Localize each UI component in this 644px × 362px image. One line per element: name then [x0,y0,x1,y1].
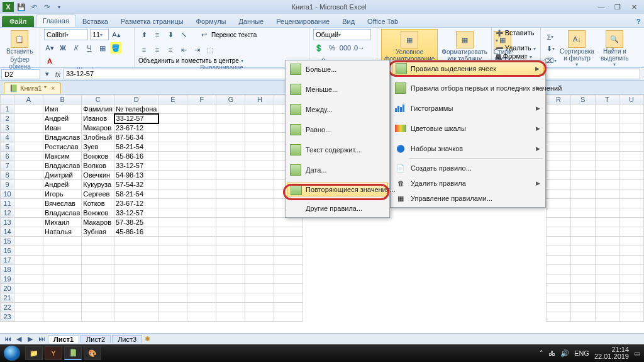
cell-B11[interactable]: Вячеслав [43,199,82,208]
cell-S5[interactable] [570,142,595,152]
cell-R8[interactable] [547,171,571,180]
cell-A17[interactable] [14,256,43,265]
save-icon[interactable]: 💾 [16,2,26,12]
row-header-20[interactable]: 20 [1,284,14,293]
cell-T18[interactable] [595,265,619,274]
submenu-greater[interactable]: Больше... [287,62,388,77]
cell-B7[interactable]: Владислав [43,161,82,171]
cell-F8[interactable] [187,171,216,180]
sheet-nav-first-icon[interactable]: ⏮ [3,335,13,343]
align-left-icon[interactable]: ≡ [138,44,150,55]
menu-highlight-rules[interactable]: Правила выделения ячеек▶ [392,62,544,76]
sheet-nav-last-icon[interactable]: ⏭ [36,335,47,343]
cell-E2[interactable] [158,114,187,123]
cell-R9[interactable] [547,180,571,189]
cell-C8[interactable]: Овечкин [82,171,114,180]
cell-C9[interactable]: Кукуруза [82,180,114,189]
cell-U8[interactable] [619,171,644,180]
col-header-D[interactable]: D [114,95,158,105]
cell-A20[interactable] [14,284,43,293]
row-header-12[interactable]: 12 [1,208,14,218]
font-color-icon[interactable]: A [44,55,55,67]
cell-D12[interactable]: 33-12-57 [114,208,158,218]
cell-C1[interactable]: Фамилия [82,105,114,114]
cell-I20[interactable] [274,284,303,293]
cell-B16[interactable] [43,246,82,256]
cell-S9[interactable] [570,180,595,189]
cell-U20[interactable] [619,284,644,293]
cell-U10[interactable] [619,189,644,199]
tray-action-center-icon[interactable]: ▭ [634,349,640,358]
cell-E10[interactable] [158,189,187,199]
cell-A6[interactable] [14,152,43,161]
cell-A3[interactable] [14,123,43,133]
cell-T14[interactable] [595,227,619,237]
cell-C22[interactable] [82,303,114,312]
cell-F2[interactable] [187,114,216,123]
cell-H17[interactable] [245,256,274,265]
submenu-duplicates[interactable]: Повторяющиеся значения... [287,183,388,196]
cell-D4[interactable]: 87-56-34 [114,133,158,142]
cell-D21[interactable] [114,293,158,303]
menu-clear-rules[interactable]: 🗑Удалить правила▶ [392,176,544,191]
cell-U2[interactable] [619,114,644,123]
cell-E19[interactable] [158,274,187,284]
cell-U5[interactable] [619,142,644,152]
col-header-G[interactable]: G [216,95,245,105]
cell-C4[interactable]: Злобный [82,133,114,142]
cell-A11[interactable] [14,199,43,208]
cell-H16[interactable] [245,246,274,256]
col-header-T[interactable]: T [595,95,619,105]
cell-G21[interactable] [216,293,245,303]
cell-S21[interactable] [570,293,595,303]
cell-H23[interactable] [245,312,274,322]
cell-F12[interactable] [187,208,216,218]
tray-chevron-icon[interactable]: ˄ [540,349,543,358]
cell-F18[interactable] [187,265,216,274]
cell-T5[interactable] [595,142,619,152]
name-dropdown-icon[interactable]: ▾ [42,69,53,80]
cell-E15[interactable] [158,237,187,246]
align-right-icon[interactable]: ≡ [165,44,176,55]
autosum-icon[interactable]: Σ▾ [545,31,556,43]
cell-H11[interactable] [245,199,274,208]
col-header-B[interactable]: B [43,95,82,105]
cell-R1[interactable] [547,105,571,114]
cell-A8[interactable] [14,171,43,180]
cell-H15[interactable] [245,237,274,246]
cell-B9[interactable]: Андрей [43,180,82,189]
cell-E5[interactable] [158,142,187,152]
cell-F22[interactable] [187,303,216,312]
cell-H9[interactable] [245,180,274,189]
cell-A9[interactable] [14,180,43,189]
tray-clock[interactable]: 21:1422.01.2019 [594,346,629,360]
cell-B12[interactable]: Владислав [43,208,82,218]
font-name-select[interactable]: Calibri ▾ [44,29,88,40]
start-button[interactable] [4,346,20,361]
tab-officetab[interactable]: Office Tab [361,16,404,27]
sheet-tab-3[interactable]: Лист3 [112,335,142,343]
cell-H10[interactable] [245,189,274,199]
cell-R17[interactable] [547,256,571,265]
cell-S2[interactable] [570,114,595,123]
cell-R13[interactable] [547,218,571,227]
row-header-18[interactable]: 18 [1,265,14,274]
cell-S19[interactable] [570,274,595,284]
cell-U3[interactable] [619,123,644,133]
cell-R15[interactable] [547,237,571,246]
cell-F7[interactable] [187,161,216,171]
taskbar-browser-icon[interactable]: Y [45,346,62,360]
font-size-select[interactable]: 11 ▾ [90,29,109,40]
row-header-19[interactable]: 19 [1,274,14,284]
submenu-date[interactable]: Дата... [287,162,388,178]
cell-F17[interactable] [187,256,216,265]
cell-D5[interactable]: 58-21-54 [114,142,158,152]
sort-filter-button[interactable]: A↓Сортировка и фильтр▾ [557,29,597,69]
cell-S23[interactable] [570,312,595,322]
cell-F5[interactable] [187,142,216,152]
cell-G2[interactable] [216,114,245,123]
cell-D13[interactable]: 57-38-25 [114,218,158,227]
cell-S13[interactable] [570,218,595,227]
cell-U14[interactable] [619,227,644,237]
cell-D23[interactable] [114,312,158,322]
